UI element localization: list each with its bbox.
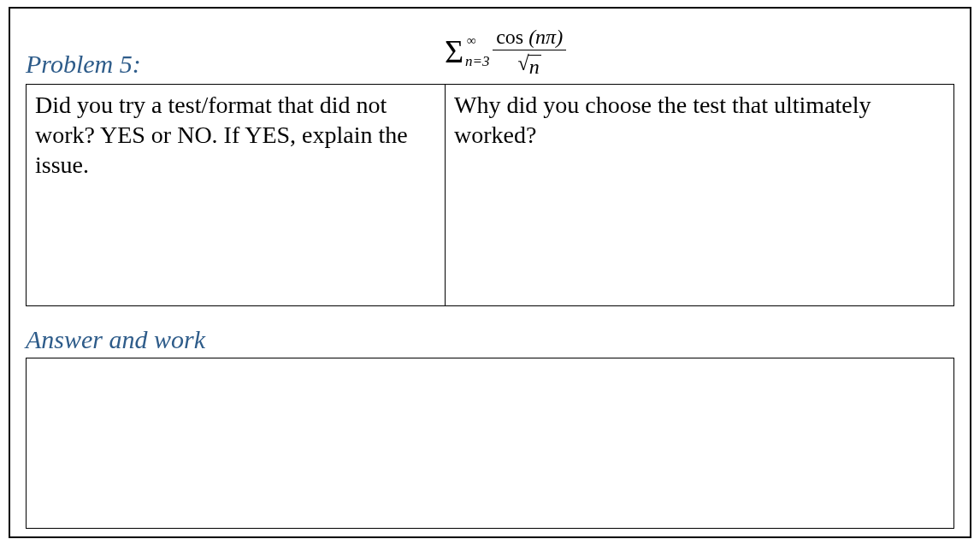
sqrt-arg: n <box>528 55 541 78</box>
series-formula: Σ ∞ n=3 cos (nπ) √ n <box>445 26 566 79</box>
answer-label: Answer and work <box>26 325 954 354</box>
fraction-denominator: √ n <box>518 50 541 78</box>
header-row: Problem 5: Σ ∞ n=3 cos (nπ) √ n <box>26 26 954 79</box>
question-left: Did you try a test/format that did not w… <box>27 85 446 305</box>
page-frame: Problem 5: Σ ∞ n=3 cos (nπ) √ n <box>9 7 971 538</box>
sqrt: √ n <box>518 52 541 78</box>
sigma-lower-limit: n=3 <box>465 53 489 70</box>
sigma-symbol: Σ <box>445 33 463 69</box>
problem-label: Problem 5: <box>26 50 445 79</box>
fraction-numerator: cos (nπ) <box>493 26 566 50</box>
question-right: Why did you choose the test that ultimat… <box>446 85 953 305</box>
fraction: cos (nπ) √ n <box>493 26 566 79</box>
cos-func: cos <box>496 26 523 48</box>
sigma-block: Σ ∞ n=3 <box>445 35 463 68</box>
question-box: Did you try a test/format that did not w… <box>26 84 954 306</box>
cos-arg: (nπ) <box>528 26 563 48</box>
answer-work-box <box>26 358 954 529</box>
sigma-upper-limit: ∞ <box>467 33 476 48</box>
